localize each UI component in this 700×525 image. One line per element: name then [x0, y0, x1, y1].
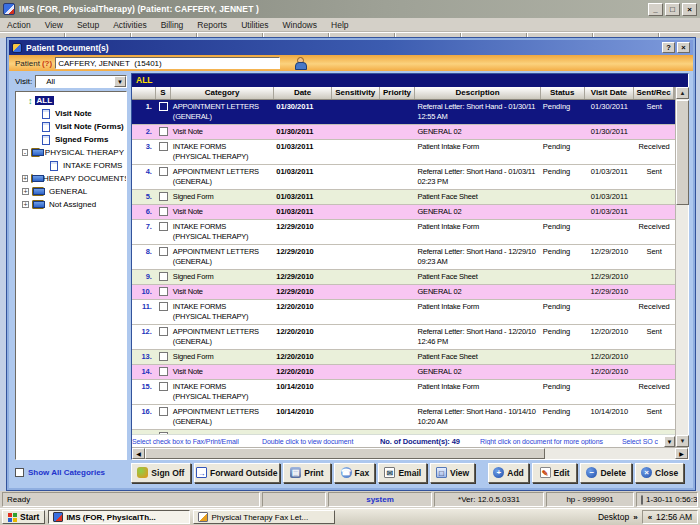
row-checkbox-cell[interactable]: [156, 245, 171, 269]
table-row[interactable]: 14.Visit Note12/20/2010GENERAL 0212/20/2…: [132, 365, 675, 380]
row-checkbox[interactable]: [159, 127, 168, 136]
menu-item-view[interactable]: View: [38, 20, 70, 30]
close-button[interactable]: ×: [682, 3, 697, 16]
menu-item-utilities[interactable]: Utilities: [234, 20, 275, 30]
table-row[interactable]: 2.Visit Note01/30/2011GENERAL 0201/30/20…: [132, 125, 675, 140]
menu-item-reports[interactable]: Reports: [190, 20, 234, 30]
row-checkbox-cell[interactable]: [156, 100, 171, 124]
minimize-button[interactable]: _: [648, 3, 663, 16]
tray-expand-icon[interactable]: «: [648, 513, 652, 522]
row-checkbox-cell[interactable]: [156, 140, 171, 164]
row-checkbox[interactable]: [159, 207, 168, 216]
close-button[interactable]: ×Close: [635, 463, 684, 483]
edit-button[interactable]: ✎Edit: [532, 463, 577, 483]
vertical-scrollbar[interactable]: ▲ ▼: [675, 87, 688, 447]
table-row[interactable]: 11.INTAKE FORMS(PHYSICAL THERAPY)12/20/2…: [132, 300, 675, 325]
select-so-dropdown-icon[interactable]: ▼: [664, 436, 675, 447]
show-all-categories-checkbox[interactable]: [15, 468, 24, 477]
table-row[interactable]: 7.INTAKE FORMS(PHYSICAL THERAPY)12/29/20…: [132, 220, 675, 245]
row-checkbox[interactable]: [159, 192, 168, 201]
table-row[interactable]: 8.APPOINTMENT LETTERS(GENERAL)12/29/2010…: [132, 245, 675, 270]
add-button[interactable]: +Add: [488, 463, 529, 483]
restore-button[interactable]: □: [665, 3, 680, 16]
table-row[interactable]: 6.Visit Note01/03/2011GENERAL 0201/03/20…: [132, 205, 675, 220]
visit-dropdown-arrow-icon[interactable]: ▼: [114, 76, 126, 87]
table-row[interactable]: 12.APPOINTMENT LETTERS(GENERAL)12/20/201…: [132, 325, 675, 350]
vertical-scroll-thumb[interactable]: [676, 100, 689, 205]
column-header-date[interactable]: Date: [274, 87, 332, 99]
horizontal-scrollbar[interactable]: ◀ ▶: [132, 447, 688, 459]
desktop-toolbar-label[interactable]: Desktop: [598, 512, 629, 522]
column-header-sensitivity[interactable]: Sensitivity: [332, 87, 380, 99]
column-header-num[interactable]: [132, 87, 156, 99]
print-button[interactable]: ▤Print: [283, 463, 332, 483]
table-row[interactable]: 9.Signed Form12/29/2010Patient Face Shee…: [132, 270, 675, 285]
tree-expander-icon[interactable]: -: [22, 149, 28, 156]
menu-item-windows[interactable]: Windows: [276, 20, 324, 30]
menu-item-action[interactable]: Action: [0, 20, 38, 30]
row-checkbox-cell[interactable]: [156, 300, 171, 324]
tree-item-all[interactable]: ↕ALL: [16, 94, 126, 107]
tree-item-general[interactable]: +GENERAL: [16, 185, 126, 198]
row-checkbox-cell[interactable]: [156, 350, 171, 364]
row-checkbox-cell[interactable]: [156, 325, 171, 349]
column-header-visit-date[interactable]: Visit Date: [585, 87, 635, 99]
tree-item-not-assigned[interactable]: +Not Assigned: [16, 198, 126, 211]
table-row[interactable]: 13.Signed Form12/20/2010Patient Face She…: [132, 350, 675, 365]
tree-item-intake-forms[interactable]: INTAKE FORMS: [16, 159, 126, 172]
start-button[interactable]: Start: [2, 510, 45, 524]
row-checkbox-cell[interactable]: [156, 165, 171, 189]
table-row[interactable]: 3.INTAKE FORMS(PHYSICAL THERAPY)01/03/20…: [132, 140, 675, 165]
tree-item-therapy-documents[interactable]: +THERAPY DOCUMENTS: [16, 172, 126, 185]
row-checkbox-cell[interactable]: [156, 205, 171, 219]
tree-expander-icon[interactable]: +: [22, 175, 28, 182]
taskbar-task-fax-letter[interactable]: Physical Therapy Fax Let...: [193, 510, 335, 524]
sign-off-button[interactable]: Sign Off: [131, 463, 191, 483]
column-header-sent-rec[interactable]: Sent/Rec: [634, 87, 674, 99]
email-button[interactable]: ✉Email: [378, 463, 427, 483]
table-row[interactable]: 5.Signed Form01/03/2011Patient Face Shee…: [132, 190, 675, 205]
menu-item-setup[interactable]: Setup: [70, 20, 106, 30]
menu-item-help[interactable]: Help: [324, 20, 355, 30]
tree-expander-icon[interactable]: +: [22, 188, 29, 195]
delete-button[interactable]: −Delete: [580, 463, 632, 483]
patient-lookup-icon[interactable]: [294, 57, 306, 70]
taskbar-task-ims[interactable]: IMS (FOR, PhysicalTh...: [48, 510, 190, 524]
menu-item-activities[interactable]: Activities: [106, 20, 154, 30]
table-row[interactable]: 4.APPOINTMENT LETTERS(GENERAL)01/03/2011…: [132, 165, 675, 190]
row-checkbox[interactable]: [159, 352, 168, 361]
fax-button[interactable]: ☎Fax: [334, 463, 375, 483]
row-checkbox[interactable]: [159, 247, 168, 256]
scroll-left-icon[interactable]: ◀: [132, 448, 145, 459]
dialog-close-button[interactable]: ×: [677, 42, 690, 53]
table-row[interactable]: 1.APPOINTMENT LETTERS(GENERAL)01/30/2011…: [132, 100, 675, 125]
column-header-s[interactable]: S: [156, 87, 171, 99]
forward-outside-button[interactable]: →Forward Outside: [194, 463, 280, 483]
table-row[interactable]: 15.INTAKE FORMS(PHYSICAL THERAPY)10/14/2…: [132, 380, 675, 405]
row-checkbox-cell[interactable]: [156, 380, 171, 404]
tree-item-physical-therapy[interactable]: -PHYSICAL THERAPY: [16, 146, 126, 159]
column-header-category[interactable]: Category: [171, 87, 274, 99]
patient-help-label[interactable]: (?): [42, 59, 52, 68]
column-header-status[interactable]: Status: [541, 87, 585, 99]
scroll-right-icon[interactable]: ▶: [675, 448, 688, 459]
row-checkbox[interactable]: [159, 327, 168, 336]
column-header-priority[interactable]: Priority: [380, 87, 416, 99]
desktop-chevron-icon[interactable]: »: [633, 513, 637, 522]
view-button[interactable]: □View: [430, 463, 475, 483]
row-checkbox[interactable]: [159, 367, 168, 376]
row-checkbox[interactable]: [159, 302, 168, 311]
row-checkbox-cell[interactable]: [156, 270, 171, 284]
row-checkbox[interactable]: [159, 167, 168, 176]
row-checkbox[interactable]: [159, 102, 168, 111]
row-checkbox-cell[interactable]: [156, 365, 171, 379]
row-checkbox[interactable]: [159, 287, 168, 296]
row-checkbox-cell[interactable]: [156, 190, 171, 204]
row-checkbox-cell[interactable]: [156, 125, 171, 139]
show-all-categories[interactable]: Show All Categories: [15, 468, 131, 477]
row-checkbox[interactable]: [159, 142, 168, 151]
visit-dropdown[interactable]: All ▼: [35, 75, 127, 88]
tree-expander-icon[interactable]: +: [22, 201, 29, 208]
dialog-help-button[interactable]: ?: [662, 42, 675, 53]
scroll-up-icon[interactable]: ▲: [676, 87, 689, 99]
